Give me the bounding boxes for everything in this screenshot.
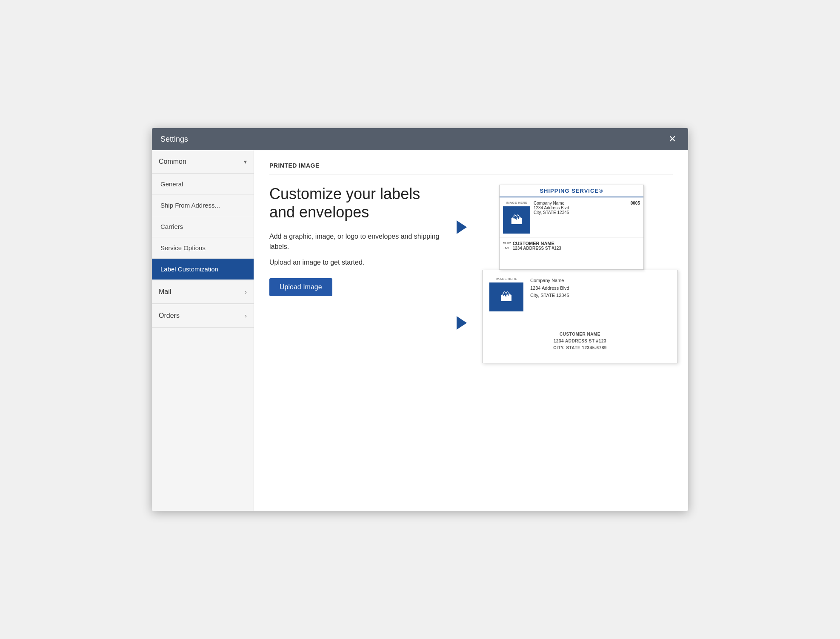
section-label: Printed Image [269,162,673,174]
label-city-state: City, STATE 12345 [534,210,640,215]
envelope-preview: IMAGE HERE 🏔 Company Name 1234 Address B… [482,270,678,363]
label-service-name: SHIPPING SERVICE® [500,185,643,197]
envelope-city-state: City, STATE 12345 [530,292,569,300]
envelope-image-here-text: IMAGE HERE [496,277,517,281]
sidebar-item-label-customization[interactable]: Label Customization [152,259,254,280]
sidebar: Common ▾ General Ship From Address... Ca… [152,150,254,511]
content-left: Customize your labels and envelopes Add … [269,185,448,313]
label-recipient-address: 1234 ADDRESS ST #123 [513,246,561,251]
sidebar-group-orders-label: Orders [159,312,180,320]
sidebar-item-carriers[interactable]: Carriers [152,216,254,237]
sidebar-item-ship-from-address[interactable]: Ship From Address... [152,195,254,216]
label-arrow-icon [457,220,467,234]
preview-area: SHIPPING SERVICE® IMAGE HERE 🏔 [457,185,678,363]
modal-body: Common ▾ General Ship From Address... Ca… [152,150,688,511]
label-recipient-name: CUSTOMER NAME [513,241,561,246]
image-placeholder-icon: 🏔 [511,213,523,227]
envelope-image-placeholder-icon: 🏔 [500,290,512,304]
label-preview-wrapper: SHIPPING SERVICE® IMAGE HERE 🏔 [457,185,644,270]
settings-modal: Settings ✕ Common ▾ General Ship From Ad… [152,128,688,511]
sidebar-group-common-label: Common [159,158,186,165]
page-title: Customize your labels and envelopes [269,185,448,221]
sidebar-group-mail[interactable]: Mail › [152,280,254,304]
label-image-box: 🏔 [503,206,530,234]
close-button[interactable]: ✕ [665,133,680,145]
label-order-number: 0005 [631,201,640,205]
modal-header: Settings ✕ [152,128,688,150]
sidebar-group-orders[interactable]: Orders › [152,304,254,328]
label-ship-to: SHIP TO: CUSTOMER NAME 1234 ADDRESS ST #… [500,237,643,254]
label-body: IMAGE HERE 🏔 Company Name 0005 [500,197,643,237]
envelope-address1: 1234 Address Blvd [530,285,569,292]
envelope-recipient-address: 1234 ADDRESS ST #123 [491,338,669,345]
envelope-image-box: 🏔 [489,282,523,311]
upload-image-button[interactable]: Upload Image [269,278,332,296]
label-info: Company Name 0005 1234 Address Blvd City… [534,201,640,234]
envelope-recipient-city: CITY, STATE 12345-6789 [491,345,669,351]
label-preview: SHIPPING SERVICE® IMAGE HERE 🏔 [499,185,644,270]
envelope-info: Company Name 1234 Address Blvd City, STA… [530,277,569,311]
sidebar-group-mail-label: Mail [159,288,171,296]
envelope-recipient-name: CUSTOMER NAME [491,331,669,338]
label-company-name: Company Name [534,201,564,205]
chevron-down-icon: ▾ [244,158,247,165]
chevron-right-icon: › [245,288,247,295]
content-with-preview: Customize your labels and envelopes Add … [269,185,673,363]
envelope-company-name: Company Name [530,277,569,285]
chevron-right-icon-orders: › [245,312,247,319]
modal-title: Settings [160,135,188,144]
sidebar-group-common[interactable]: Common ▾ [152,150,254,174]
label-image-here-text: IMAGE HERE [506,201,528,205]
sub-description-text: Upload an image to get started. [269,259,448,266]
envelope-preview-wrapper: IMAGE HERE 🏔 Company Name 1234 Address B… [457,282,678,363]
description-text: Add a graphic, image, or logo to envelop… [269,231,448,252]
sidebar-item-service-options[interactable]: Service Options [152,237,254,259]
main-content: Printed Image Customize your labels and … [254,150,688,511]
envelope-body: IMAGE HERE 🏔 Company Name 1234 Address B… [483,270,677,318]
label-address1: 1234 Address Blvd [534,205,640,210]
envelope-arrow-icon [457,316,467,330]
envelope-recipient: CUSTOMER NAME 1234 ADDRESS ST #123 CITY,… [483,318,677,358]
sidebar-item-general[interactable]: General [152,174,254,195]
